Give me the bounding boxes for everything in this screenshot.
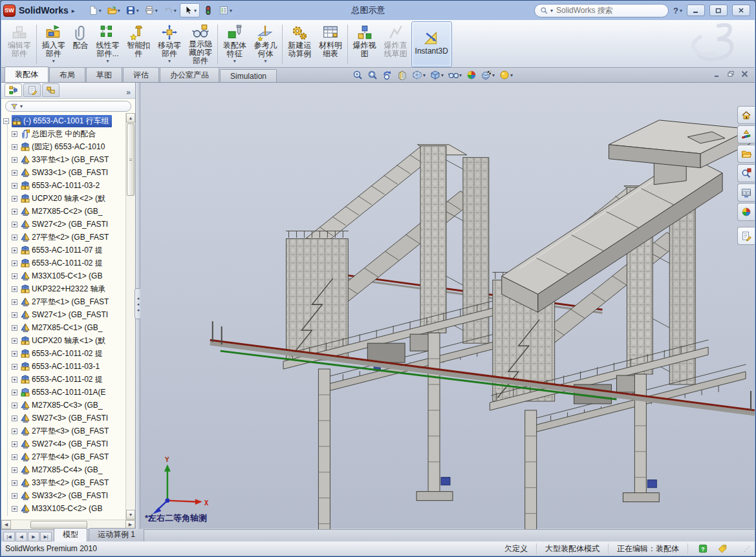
taskpane-tab-appearances-scenes[interactable] [737,203,755,221]
tree-expander[interactable]: + [12,325,17,331]
tree-item-label[interactable]: 27平垫<1> (GB_FAST [32,297,109,308]
help-button[interactable]: ?▾ [673,6,682,16]
tree-item[interactable]: +33平垫<1> (GB_FAST [1,153,125,166]
show-hidden-components-button[interactable]: 显示隐藏的零部件 [185,21,216,67]
tree-expander[interactable]: + [12,390,17,395]
tree-item-label[interactable]: 6553-AC-1011-02 提 [32,348,103,359]
tree-filter-box[interactable]: ▾ [5,101,131,112]
tree-item-label[interactable]: 6553-AC-1011-03-2 [32,181,100,190]
tree-item[interactable]: +SW33<1> (GB_FASTI [1,166,125,179]
select-button[interactable]: ▾ [180,3,200,17]
tree-item[interactable]: +6553-AC-1011-02 提 [1,257,125,269]
tab-cmd-2[interactable]: 草图 [86,67,122,82]
new-motion-study-button[interactable]: 新建运动算例 [284,21,315,67]
scroll-thumb[interactable]: ≡ [127,123,135,196]
tree-item-label[interactable]: SW27<3> (GB_FASTI [32,414,108,423]
tree-item-label[interactable]: 33平垫<1> (GB_FAST [32,154,109,165]
tree-item[interactable]: +SW27<3> (GB_FASTI [1,412,125,425]
reference-geometry-flyout[interactable]: ▾ [264,58,266,64]
tags-icon[interactable] [718,544,727,553]
last-tab-button[interactable]: ▶| [40,532,52,541]
tree-item[interactable]: +6553-AC-1011-03-1 [1,360,125,373]
save-dropdown[interactable]: ▾ [136,8,139,14]
tree-item[interactable]: +M33X105-C<1> (GB [1,269,125,282]
search-scope-dropdown[interactable]: ▾ [550,8,553,14]
tree-expander[interactable]: + [12,493,17,499]
smart-fasteners-button[interactable]: 智能扣件 [123,21,154,67]
tree-item-label[interactable]: 6553-AC-1011-01A(E [32,388,106,397]
tree-item-label[interactable]: 33平垫<2> (GB_FAST [32,478,109,489]
hide-show-items-dropdown[interactable]: ▾ [459,72,462,78]
tree-item-label[interactable]: 6553-AC-1011-03-1 [32,362,100,371]
tree-item[interactable]: +6553-AC-1011-07 提 [1,244,125,257]
tree-item-label[interactable]: 27平垫<4> (GB_FAST [32,452,109,463]
tree-expander[interactable]: + [12,351,17,357]
edit-component-button[interactable]: 编辑零部件 [4,21,35,67]
assembly-features-flyout[interactable]: ▾ [233,58,236,64]
restore-button[interactable] [709,5,728,16]
tree-expander[interactable]: + [12,415,17,421]
tab-simulation[interactable]: Simulation [220,69,277,82]
tree-item[interactable]: +M33X105-C<2> (GB [1,502,125,515]
first-tab-button[interactable]: |◀ [3,532,15,541]
scroll-up-arrow[interactable]: ▲ [126,113,135,123]
select-dropdown[interactable]: ▾ [194,8,197,14]
print-button[interactable]: ▾ [142,4,160,17]
panel-tab-propertymanager[interactable] [23,83,41,97]
view-settings-dropdown[interactable]: ▾ [510,72,513,78]
resize-grip[interactable]: ⋰ [744,545,751,552]
tree-item-label[interactable]: M27X85-C<1> (GB_ [32,323,102,332]
undo-button[interactable]: ▾ [161,4,178,17]
open-dropdown[interactable]: ▾ [118,8,120,14]
tree-item-label[interactable]: UKP322+H2322 轴承 [32,284,105,295]
tree-expander[interactable]: + [12,222,17,227]
reference-geometry-button[interactable]: 参考几何体▾ [250,21,281,67]
bottom-tab-0[interactable]: 模型 [54,528,87,541]
tree-expander[interactable]: + [12,506,17,512]
tree-item-label[interactable]: (-) 6553-AC-1001 行车组 [23,116,109,127]
scroll-left-arrow[interactable]: ◀ [1,520,11,529]
tree-expander[interactable]: + [12,247,17,253]
panel-tab-configurationmanager[interactable] [42,83,59,97]
tree-item-label[interactable]: SW27<1> (GB_FASTI [32,310,108,319]
tree-item[interactable]: +6553-AC-1011-02 提 [1,347,125,360]
tree-item[interactable]: +6553-AC-1011-02 提 [1,373,125,386]
tree-item[interactable]: +M27X85-C<1> (GB_ [1,321,125,334]
linear-component-pattern-flyout[interactable]: ▾ [106,58,109,64]
tree-item-label[interactable]: SW27<2> (GB_FASTI [32,220,108,229]
section-view-button[interactable] [397,70,407,80]
view-orientation-dropdown[interactable]: ▾ [423,72,426,78]
tree-item-label[interactable]: 27平垫<3> (GB_FAST [32,426,109,437]
tree-item[interactable]: +(固定) 6553-AC-1010 [1,140,125,153]
taskpane-tab-search-results[interactable] [737,164,755,182]
tree-expander[interactable]: + [12,144,17,150]
close-button[interactable] [732,5,750,16]
zoom-to-area-button[interactable] [367,70,378,80]
tree-expander[interactable]: − [3,118,9,124]
panel-tab-featuremanager[interactable] [5,83,22,97]
panel-overflow-button[interactable]: » [126,88,132,97]
tab-cmd-4[interactable]: 办公室产品 [160,67,219,82]
new-document-button[interactable]: ▾ [86,4,103,17]
rebuild-button[interactable] [201,4,215,17]
tree-expander[interactable]: + [12,480,17,486]
tree-expander[interactable]: + [12,209,17,215]
previous-tab-button[interactable]: ◀ [16,532,27,541]
graphics-viewport[interactable]: Y X Z *左右二等角轴测 [140,83,755,529]
tree-item[interactable]: −(-) 6553-AC-1001 行车组 [1,114,125,127]
bill-of-materials-button[interactable]: 材料明细表 [315,21,346,67]
explode-line-sketch-button[interactable]: 爆炸直线草图 [380,21,411,67]
insert-component-button[interactable]: 插入零部件▾ [38,21,69,67]
tab-cmd-0[interactable]: 装配体 [5,67,49,82]
tree-expander[interactable]: + [12,299,17,305]
apply-scene-dropdown[interactable]: ▾ [492,72,495,78]
tree-expander[interactable]: + [12,170,17,176]
tree-item[interactable]: +M27X85-C<3> (GB_ [1,399,125,412]
doc-minimize-button[interactable] [714,70,721,78]
tree-expander[interactable]: + [12,403,17,408]
tree-expander[interactable]: + [12,312,17,318]
tree-item[interactable]: +SW33<2> (GB_FASTI [1,489,125,502]
taskpane-tab-view-palette[interactable] [737,184,755,202]
quick-tips-help-icon[interactable]: ? [698,544,707,553]
edit-appearance-button[interactable] [466,70,477,80]
